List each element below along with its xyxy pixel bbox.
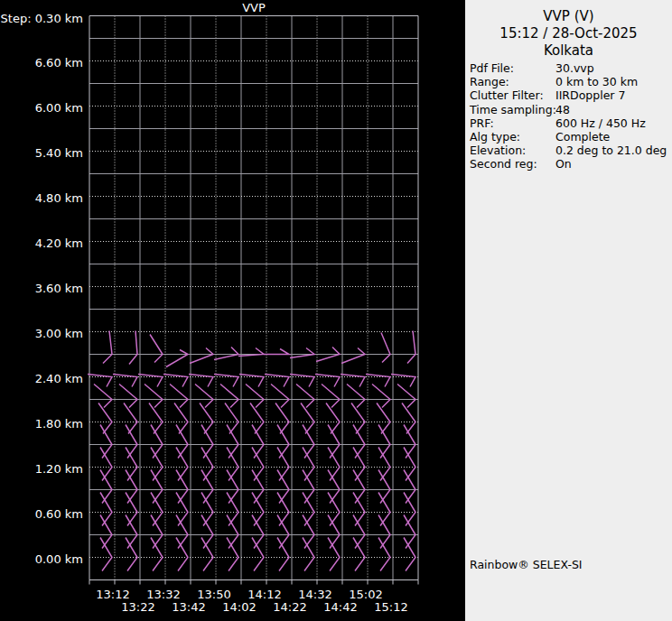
wind-barb (402, 403, 415, 434)
wind-barb (190, 348, 213, 364)
y-axis-label: 3.00 km (0, 328, 83, 340)
wind-barb (163, 375, 188, 387)
wind-barb (200, 403, 213, 434)
wind-barb (113, 375, 137, 387)
y-axis-label: 4.80 km (0, 192, 83, 205)
x-axis-label: 14:02 (218, 600, 261, 614)
wind-barb (397, 385, 415, 408)
step-label: Step: 0.30 km (0, 12, 83, 25)
info-value: Complete (555, 130, 610, 144)
wind-barb (296, 385, 314, 408)
info-label: Range: (470, 75, 509, 88)
info-value: 48 (555, 103, 570, 116)
wind-barb (326, 403, 340, 434)
info-value: 0.2 deg to 21.0 deg (555, 144, 667, 157)
info-label: Clutter Filter: (470, 88, 544, 102)
info-label: Time sampling: (470, 103, 556, 116)
x-axis-label: 13:50 (192, 588, 236, 601)
wind-barb (250, 403, 264, 434)
wind-barb (290, 375, 314, 387)
wind-barb (119, 385, 137, 408)
wind-barb (347, 385, 365, 408)
y-axis-label: 0.60 km (0, 508, 83, 521)
wind-barb (372, 385, 390, 408)
y-axis-label: 2.40 km (0, 373, 83, 385)
info-value: 30.vvp (555, 61, 594, 75)
wind-barb (377, 403, 390, 434)
y-axis-label: 6.60 km (0, 57, 83, 70)
info-row: PRF:600 Hz / 450 Hz (470, 116, 672, 130)
x-axis-label: 13:12 (91, 588, 135, 601)
wind-barb (124, 403, 137, 434)
info-label: Pdf File: (470, 61, 514, 75)
wind-barb (138, 375, 163, 387)
wind-barb (103, 331, 112, 364)
info-list: Pdf File:30.vvpRange:0 km to 30 kmClutte… (470, 61, 672, 171)
wind-barb (238, 348, 264, 357)
wind-barb (351, 403, 365, 434)
wind-barb (189, 375, 213, 387)
wind-barb (145, 385, 163, 408)
info-label: Second reg: (470, 157, 537, 171)
wind-barb (265, 375, 289, 387)
wind-barb (271, 385, 289, 408)
info-row: Pdf File:30.vvp (470, 61, 672, 75)
wind-barb (391, 375, 415, 387)
info-row: Alg type:Complete (470, 130, 672, 144)
x-axis-label: 15:02 (344, 588, 387, 601)
wind-barb (301, 403, 314, 434)
wind-barb (381, 333, 390, 363)
x-axis-label: 14:42 (319, 600, 362, 614)
info-label: Elevation: (470, 144, 526, 157)
info-value: On (555, 157, 572, 171)
wind-barb (246, 385, 264, 408)
y-axis-label: 4.20 km (0, 237, 83, 250)
wind-barb (239, 375, 264, 387)
info-row: Range:0 km to 30 km (470, 75, 672, 88)
panel-datetime: 15:12 / 28-Oct-2025 (465, 25, 672, 42)
info-label: Alg type: (470, 130, 520, 144)
info-row: Time sampling:48 (470, 103, 672, 116)
vvp-window: VVP Step: 0.30 km 6.60 km6.00 km5.40 km4… (0, 0, 672, 621)
y-axis-label: 6.00 km (0, 102, 83, 115)
vvp-chart-area: VVP Step: 0.30 km 6.60 km6.00 km5.40 km4… (0, 0, 465, 621)
wind-barb (366, 375, 390, 387)
wind-barb (174, 403, 188, 434)
wind-barb (94, 385, 112, 408)
vvp-chart (0, 0, 465, 621)
wind-barb (195, 385, 213, 408)
wind-barb (322, 385, 340, 408)
x-axis-label: 14:22 (268, 600, 312, 614)
y-axis-label: 3.60 km (0, 283, 83, 295)
x-axis-label: 13:32 (142, 588, 185, 601)
wind-barb (166, 350, 188, 367)
panel-title: VVP (V) (465, 8, 672, 24)
info-value: IIRDoppler 7 (555, 88, 625, 102)
wind-barb (150, 335, 163, 363)
y-axis-label: 0.00 km (0, 553, 83, 566)
brand-footer: Rainbow® SELEX-SI (470, 558, 583, 571)
wind-barb (341, 348, 365, 364)
y-axis-label: 5.40 km (0, 147, 83, 160)
x-axis-label: 13:22 (117, 600, 160, 614)
wind-barb (264, 349, 289, 355)
chart-title: VVP (89, 1, 418, 14)
info-value: 0 km to 30 km (555, 75, 638, 88)
chart-border (89, 16, 418, 585)
info-row: Elevation:0.2 deg to 21.0 deg (470, 144, 672, 157)
wind-barb (214, 375, 238, 387)
wind-barb (290, 348, 314, 358)
info-row: Clutter Filter:IIRDoppler 7 (470, 88, 672, 102)
info-panel: VVP (V) 15:12 / 28-Oct-2025 Kolkata Pdf … (465, 0, 672, 621)
y-axis-label: 1.20 km (0, 463, 83, 476)
x-axis-label: 14:12 (243, 588, 286, 601)
wind-barb (214, 348, 238, 360)
wind-barb (149, 403, 163, 434)
wind-barb (341, 375, 365, 387)
y-axis-label: 1.80 km (0, 418, 83, 431)
wind-barb (315, 375, 340, 387)
wind-barb (220, 385, 238, 408)
info-row: Second reg:On (470, 157, 672, 171)
wind-barb (98, 403, 112, 434)
wind-barb (129, 331, 137, 365)
